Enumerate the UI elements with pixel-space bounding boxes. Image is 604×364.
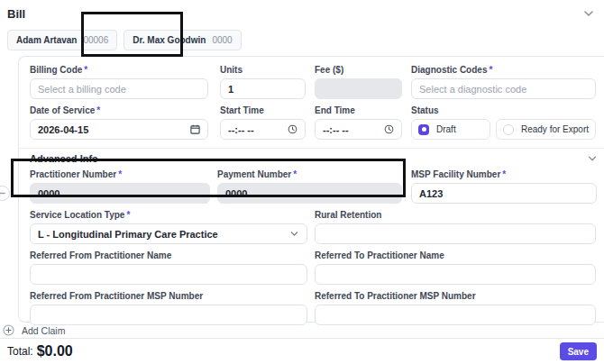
radio-unselected-icon[interactable] [503,124,514,135]
advanced-info-chevron-icon[interactable] [587,153,598,164]
advanced-row-4: Referred From Practitioner MSP Number Re… [30,291,598,325]
advanced-info-title: Advanced Info [30,153,98,164]
collapse-bill-chevron-icon[interactable] [582,7,595,20]
practitioner-number-field: Practitioner Number* 0000 [30,169,210,204]
clock-icon[interactable] [288,124,297,134]
calendar-icon[interactable] [190,124,200,134]
fee-field: Fee ($) [315,65,402,99]
status-field: Status Draft Ready for Export [411,105,596,140]
required-marker: * [96,105,100,115]
diagnostic-codes-field: Diagnostic Codes* Select a diagnostic co… [411,65,596,99]
patient-tabs: Adam Artavan 00006 Dr. Max Goodwin 0000 [7,30,242,50]
required-marker: * [126,210,130,220]
practitioner-number-label: Practitioner Number* [30,169,210,179]
units-field: Units 1 [220,65,306,99]
units-label: Units [220,65,306,75]
referred-to-practitioner-msp-field: Referred To Practitioner MSP Number [315,291,596,325]
required-marker: * [118,169,122,179]
referred-to-practitioner-name-label: Referred To Practitioner Name [315,250,596,260]
total-label: Total: [7,345,33,358]
msp-facility-number-field: MSP Facility Number* A123 [411,169,597,204]
patient-tab-dr-max-goodwin[interactable]: Dr. Max Goodwin 0000 [124,30,241,50]
service-location-type-select[interactable]: L - Longitudinal Primary Care Practice [30,223,307,244]
patient-number: 00006 [83,35,108,45]
date-of-service-input[interactable]: 2026-04-15 [30,119,208,140]
service-location-type-field: Service Location Type* L - Longitudinal … [30,210,307,244]
practitioner-number-input: 0000 [30,183,210,204]
patient-tab-adam-artavan[interactable]: Adam Artavan 00006 [7,30,117,50]
referred-from-practitioner-name-input[interactable] [30,264,307,285]
radio-selected-icon[interactable] [418,124,429,135]
bill-page: Bill Adam Artavan 00006 Dr. Max Goodwin … [0,0,604,364]
rural-retention-label: Rural Retention [315,210,596,220]
status-options: Draft Ready for Export [411,119,596,140]
required-marker: * [293,169,297,179]
required-marker: * [502,169,506,179]
fee-input [315,78,402,99]
patient-number: 0000 [212,35,232,45]
start-time-input[interactable]: --:-- -- [220,119,306,140]
footer-bar: Total: $0.00 Save [0,338,604,364]
advanced-row-1: Practitioner Number* 0000 Payment Number… [30,169,598,204]
msp-facility-number-label: MSP Facility Number* [411,169,597,179]
claim-row-1: Billing Code* Select a billing code Unit… [30,65,598,99]
total-value: $0.00 [37,343,73,359]
rural-retention-field: Rural Retention [315,210,596,244]
required-marker: * [84,65,87,75]
billing-code-field: Billing Code* Select a billing code [30,65,208,99]
referred-to-practitioner-name-field: Referred To Practitioner Name [315,250,596,285]
fee-label: Fee ($) [315,65,402,75]
page-header: Bill [0,0,604,23]
advanced-info-header[interactable]: Advanced Info [30,149,598,169]
add-claim-button[interactable]: Add Claim [0,323,604,338]
clock-icon[interactable] [384,124,394,134]
payment-number-field: Payment Number* 0000 [217,169,402,204]
claim-row-2: Date of Service* 2026-04-15 Start Time -… [30,105,598,140]
billing-code-label: Billing Code* [30,65,208,75]
referred-to-practitioner-name-input[interactable] [315,264,596,285]
rural-retention-input[interactable] [315,223,596,244]
start-time-field: Start Time --:-- -- [220,105,306,140]
plus-circle-icon [3,324,14,336]
date-of-service-label: Date of Service* [30,105,208,115]
units-input[interactable]: 1 [220,78,306,99]
referred-from-practitioner-msp-field: Referred From Practitioner MSP Number [30,291,307,325]
end-time-label: End Time [315,105,402,115]
claim-card: Billing Code* Select a billing code Unit… [18,56,604,323]
required-marker: * [489,65,492,75]
service-location-type-label: Service Location Type* [30,210,307,220]
end-time-field: End Time --:-- -- [315,105,402,140]
status-option-ready-for-export[interactable]: Ready for Export [496,119,596,140]
chevron-down-icon [289,229,299,239]
msp-facility-number-input[interactable]: A123 [411,183,597,204]
status-label: Status [411,105,596,115]
status-option-draft[interactable]: Draft [411,119,490,140]
payment-number-label: Payment Number* [217,169,402,179]
advanced-row-2: Service Location Type* L - Longitudinal … [30,210,598,244]
diagnostic-codes-input[interactable]: Select a diagnostic code [411,78,596,99]
patient-name: Dr. Max Goodwin [133,35,206,45]
referred-from-practitioner-name-label: Referred From Practitioner Name [30,250,307,260]
payment-number-input: 0000 [217,183,402,204]
collapse-claim-icon[interactable] [0,186,10,201]
diagnostic-codes-label: Diagnostic Codes* [411,65,596,75]
add-claim-label: Add Claim [22,325,65,336]
page-title: Bill [7,7,25,21]
date-of-service-field: Date of Service* 2026-04-15 [30,105,208,140]
referred-from-practitioner-name-field: Referred From Practitioner Name [30,250,307,285]
billing-code-input[interactable]: Select a billing code [30,78,208,99]
referred-from-practitioner-msp-label: Referred From Practitioner MSP Number [30,291,307,301]
save-button[interactable]: Save [560,342,597,360]
advanced-row-3: Referred From Practitioner Name Referred… [30,250,598,285]
patient-name: Adam Artavan [16,35,77,45]
referred-to-practitioner-msp-label: Referred To Practitioner MSP Number [315,291,596,301]
end-time-input[interactable]: --:-- -- [315,119,402,140]
start-time-label: Start Time [220,105,306,115]
